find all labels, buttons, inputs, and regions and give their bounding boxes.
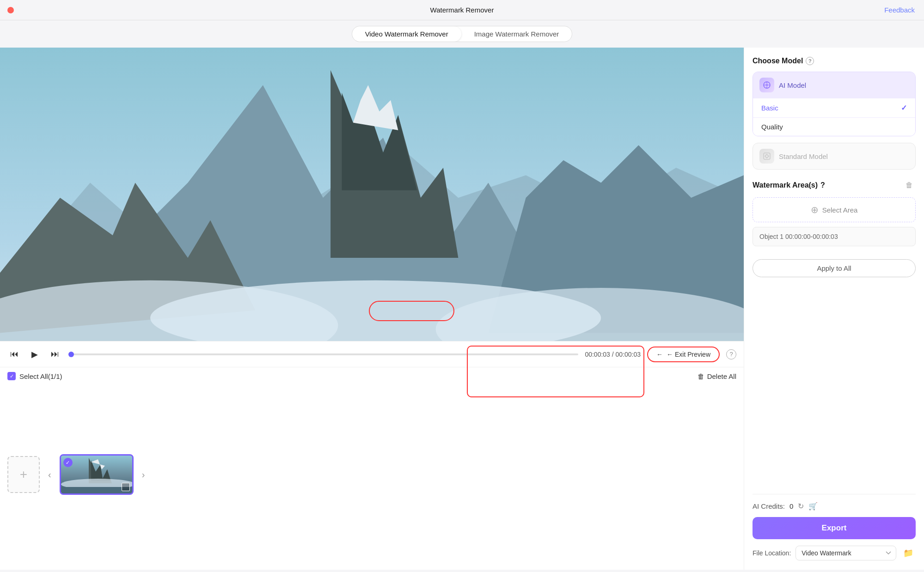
model-help-icon[interactable]: ? [806,57,814,65]
file-location-select[interactable]: Video Watermark [795,546,896,560]
tab-video-watermark[interactable]: Video Watermark Remover [352,26,461,42]
standard-model-label: Standard Model [779,152,828,160]
watermark-section: Watermark Area(s) ? 🗑 ⊕ Select Area Obje… [753,179,916,246]
main-layout: ⏮ ▶ ⏭ 00:00:03 / 00:00:03 ← ← Exit Previ… [0,48,924,570]
thumbnail-item[interactable]: ✓ [60,454,134,495]
svg-point-24 [765,84,768,86]
export-button[interactable]: Export [753,517,916,539]
ai-model-header: AI Model [753,72,915,98]
nav-left-button[interactable]: ‹ [44,468,55,482]
tab-row: Video Watermark Remover Image Watermark … [0,20,924,48]
tab-image-watermark[interactable]: Image Watermark Remover [461,26,572,42]
credits-value: 0 [789,502,793,510]
select-all-checkbox[interactable]: ✓ [7,372,16,380]
apply-to-all-button[interactable]: Apply to All [753,259,916,277]
watermark-help-icon[interactable]: ? [820,181,825,189]
title-bar: Watermark Remover Feedback [0,0,924,20]
add-file-button[interactable]: + [7,456,40,493]
play-button[interactable]: ▶ [28,347,42,361]
feedback-link[interactable]: Feedback [884,6,915,14]
model-option-quality[interactable]: Quality [753,117,915,136]
standard-model-icon [759,149,774,164]
folder-button[interactable]: 📁 [901,546,916,560]
time-display: 00:00:03 / 00:00:03 [585,351,641,358]
model-options: Basic ✓ Quality [753,98,915,136]
app-title: Watermark Remover [430,6,494,14]
progress-thumb [68,352,74,357]
ai-model-label: AI Model [779,81,806,89]
svg-point-30 [765,155,768,158]
watermark-title: Watermark Area(s) ? [753,181,825,189]
file-location-label: File Location: [753,549,791,557]
model-option-basic[interactable]: Basic ✓ [753,98,915,117]
nav-right-button[interactable]: › [138,468,149,482]
select-area-box[interactable]: ⊕ Select Area [753,197,916,222]
step-back-button[interactable]: ⏮ [7,347,21,361]
select-all[interactable]: ✓ Select All(1/1) [7,372,62,380]
step-forward-button[interactable]: ⏭ [48,347,62,361]
exit-preview-button[interactable]: ← ← Exit Preview [647,347,720,362]
object-item[interactable]: Object 1 00:00:00-00:00:03 [753,227,916,246]
thumb-check: ✓ [63,458,73,467]
refresh-icon[interactable]: ↻ [798,502,804,511]
left-panel: ⏮ ▶ ⏭ 00:00:03 / 00:00:03 ← ← Exit Previ… [0,48,744,570]
thumb-expand-icon [122,483,130,491]
close-button[interactable] [7,7,14,13]
video-container[interactable] [0,48,744,341]
ai-model-card: AI Model Basic ✓ Quality [753,72,916,136]
video-controls: ⏮ ▶ ⏭ 00:00:03 / 00:00:03 ← ← Exit Previ… [0,341,744,367]
ai-model-icon [759,78,774,92]
select-all-label: Select All(1/1) [19,372,62,380]
basic-check: ✓ [901,103,907,112]
right-bottom: AI Credits: 0 ↻ 🛒 Export File Location: … [753,494,916,570]
progress-bar[interactable] [68,353,578,355]
cart-icon[interactable]: 🛒 [808,502,818,511]
standard-model-card[interactable]: Standard Model [753,143,916,170]
arrow-left-icon: ← [656,351,663,358]
file-location-row: File Location: Video Watermark 📁 [753,546,916,560]
watermark-trash-button[interactable]: 🗑 [903,179,916,192]
help-icon[interactable]: ? [726,349,736,359]
ai-credits-row: AI Credits: 0 ↻ 🛒 [753,502,916,511]
bottom-strip: ✓ Select All(1/1) 🗑 Delete All [0,367,744,385]
spacer [753,283,916,494]
choose-model-title: Choose Model ? [753,57,916,65]
delete-all-label: Delete All [707,372,736,380]
exit-preview-label: ← Exit Preview [667,351,710,358]
right-panel: Choose Model ? [744,48,924,570]
delete-all-button[interactable]: 🗑 Delete All [698,372,736,380]
select-area-label: Select Area [822,206,858,214]
ai-credits-label: AI Credits: [753,502,785,510]
watermark-header: Watermark Area(s) ? 🗑 [753,179,916,192]
thumbnail-strip: + ‹ [0,385,744,570]
tab-pill: Video Watermark Remover Image Watermark … [352,26,573,42]
trash-icon: 🗑 [698,372,704,380]
select-area-plus-icon: ⊕ [811,204,819,215]
